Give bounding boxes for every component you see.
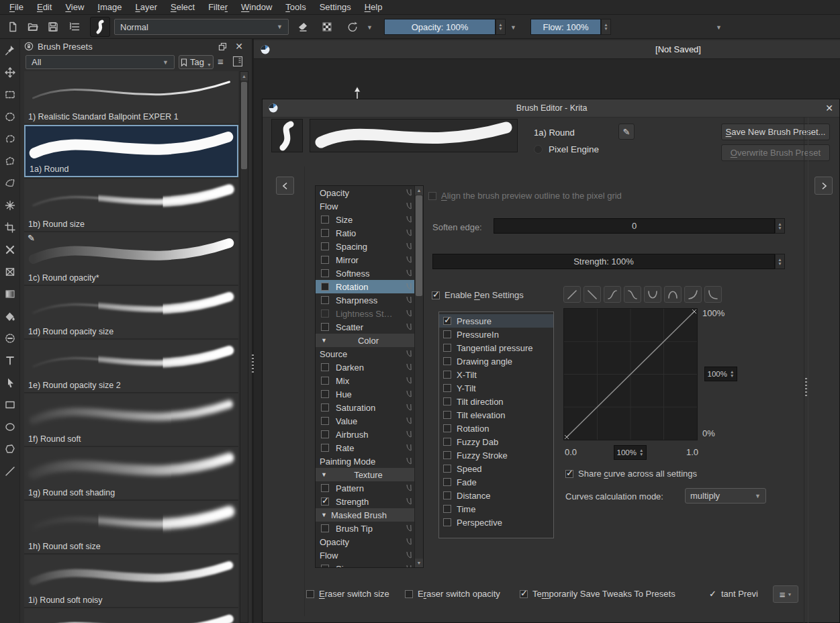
brush-setting-brush-tip[interactable]: Brush Tip	[316, 522, 415, 535]
preset-item[interactable]: 1f) Round soft	[24, 393, 238, 446]
scrollbar-thumb[interactable]	[416, 195, 422, 296]
docker-splitter-handle[interactable]	[252, 354, 254, 375]
checkbox[interactable]	[321, 377, 329, 385]
detach-editor-menu-button[interactable]: ≡ ▼	[773, 585, 798, 603]
rectangular-selection-tool[interactable]	[0, 83, 20, 105]
select-shapes-tool[interactable]	[0, 371, 20, 393]
checkbox[interactable]	[321, 444, 329, 452]
sensor-speed[interactable]: Speed	[439, 462, 553, 475]
sensor-rotation[interactable]: Rotation	[439, 422, 553, 435]
brush-setting-sharpness[interactable]: Sharpness	[316, 293, 415, 307]
checkbox[interactable]	[321, 242, 329, 250]
checkbox[interactable]	[321, 430, 329, 438]
menu-item-help[interactable]: Help	[358, 1, 389, 13]
sensor-distance[interactable]: Distance	[439, 489, 553, 502]
pattern-edit-tool[interactable]	[0, 327, 20, 349]
sensor-pressurein[interactable]: PressureIn	[439, 328, 553, 341]
sensor-drawing-angle[interactable]: Drawing angle	[439, 354, 553, 368]
expand-scratchpad-button[interactable]	[814, 177, 833, 195]
checkbox[interactable]	[443, 465, 451, 473]
freehand-selection-tool[interactable]	[0, 128, 20, 150]
sensor-time[interactable]: Time	[439, 502, 553, 516]
brush-setting-opacity[interactable]: Opacity	[316, 535, 415, 548]
soften-edge-spin[interactable]: ▲▼	[775, 218, 785, 234]
settings-scrollbar[interactable]: ▲ ▼	[414, 186, 423, 567]
tag-filter-select[interactable]: All ▼	[26, 55, 175, 69]
checkbox[interactable]	[443, 478, 451, 486]
checkbox[interactable]	[321, 229, 329, 237]
canvas-titlebar[interactable]: [Not Saved]	[254, 40, 840, 59]
brush-setting-darken[interactable]: Darken	[316, 361, 415, 374]
checkbox[interactable]	[443, 357, 451, 365]
display-mode-icon[interactable]: ≡	[218, 56, 224, 67]
menu-item-image[interactable]: Image	[91, 1, 128, 13]
curve-y-spinbox[interactable]: 100%▲▼	[704, 367, 737, 381]
curve-s-curve-up-button[interactable]	[604, 286, 621, 303]
reload-dropdown-icon[interactable]: ▼	[367, 24, 373, 31]
brush-preset-button[interactable]	[90, 17, 110, 37]
brush-setting-scatter[interactable]: Scatter	[316, 320, 415, 334]
close-dialog-icon[interactable]: ✕	[825, 103, 833, 113]
checkbox[interactable]	[443, 518, 451, 526]
sensor-tilt-direction[interactable]: Tilt direction	[439, 395, 553, 408]
sensor-fade[interactable]: Fade	[439, 475, 553, 489]
checkbox[interactable]	[321, 565, 329, 568]
fill-tool[interactable]	[0, 305, 20, 327]
align-outline-checkbox[interactable]: Align the brush preview outline to the p…	[428, 191, 622, 201]
strength-spin[interactable]: ▲▼	[775, 254, 785, 269]
brush-setting-masked-brush[interactable]: ▼Masked Brush	[316, 508, 415, 522]
toolbar-extra-dropdown-icon[interactable]: ▼	[716, 24, 722, 31]
curve-s-curve-down-button[interactable]	[624, 286, 641, 303]
checkbox[interactable]	[443, 451, 451, 459]
gradient-tool[interactable]	[0, 283, 20, 305]
preset-item[interactable]: 1i) Round soft noisy	[24, 555, 238, 607]
pin-tool[interactable]	[0, 39, 20, 61]
elliptical-selection-tool[interactable]	[0, 105, 20, 128]
new-document-button[interactable]	[4, 18, 21, 36]
curve-concave-up-button[interactable]	[684, 286, 702, 303]
checkbox[interactable]	[321, 256, 329, 264]
reload-preset-button[interactable]	[344, 18, 361, 36]
pressure-curve-graph[interactable]	[563, 308, 698, 440]
rectangle-tool[interactable]	[0, 393, 20, 416]
float-docker-icon[interactable]	[218, 42, 227, 51]
menu-item-filter[interactable]: Filter	[201, 1, 234, 13]
crop-tool[interactable]	[0, 216, 20, 238]
brush-setting-mix[interactable]: Mix	[316, 374, 415, 387]
brush-setting-saturation[interactable]: Saturation	[316, 401, 415, 414]
checkbox[interactable]	[321, 390, 329, 398]
brush-setting-source[interactable]: Source	[316, 347, 415, 361]
rename-preset-button[interactable]: ✎	[618, 124, 635, 140]
checkbox[interactable]	[321, 296, 329, 304]
magnetic-selection-tool[interactable]	[0, 172, 20, 194]
curve-arch-button[interactable]	[664, 286, 682, 303]
checkbox[interactable]	[321, 309, 329, 318]
preset-item[interactable]	[24, 608, 238, 623]
checkbox[interactable]	[321, 524, 329, 532]
curve-x-spinbox[interactable]: 100%▲▼	[614, 445, 647, 460]
brush-setting-rotation[interactable]: Rotation	[316, 280, 415, 293]
brush-setting-rate[interactable]: Rate	[316, 441, 415, 454]
menu-item-window[interactable]: Window	[234, 1, 279, 13]
sensor-tangential-pressure[interactable]: Tangential pressure	[439, 341, 553, 354]
collapse-left-panel-button[interactable]	[276, 177, 294, 195]
brush-setting-texture[interactable]: ▼Texture	[316, 468, 415, 481]
dialog-titlebar[interactable]: Brush Editor - Krita ✕	[263, 99, 839, 117]
checkbox[interactable]	[443, 505, 451, 513]
checkbox[interactable]	[321, 363, 329, 371]
checkbox[interactable]	[321, 417, 329, 425]
sensor-tilt-elevation[interactable]: Tilt elevation	[439, 408, 553, 422]
curve-linear-up-button[interactable]	[563, 286, 581, 303]
preset-item[interactable]: 1b) Round size	[24, 179, 238, 231]
menu-item-file[interactable]: File	[3, 1, 30, 13]
checkbox[interactable]	[443, 424, 451, 432]
enable-pen-settings-checkbox[interactable]: ✓ Enable Pen Settings	[432, 290, 524, 300]
preset-item[interactable]: 1a) Round	[24, 125, 238, 177]
checkbox[interactable]	[321, 215, 329, 224]
menu-item-select[interactable]: Select	[164, 1, 201, 13]
polygonal-selection-tool[interactable]	[0, 150, 20, 172]
brush-setting-lightness-st-[interactable]: Lightness St…	[316, 307, 415, 320]
scroll-up-icon[interactable]: ▲	[240, 72, 248, 81]
polygon-tool[interactable]	[0, 438, 20, 460]
opacity-slider[interactable]: Opacity: 100%	[384, 19, 496, 35]
